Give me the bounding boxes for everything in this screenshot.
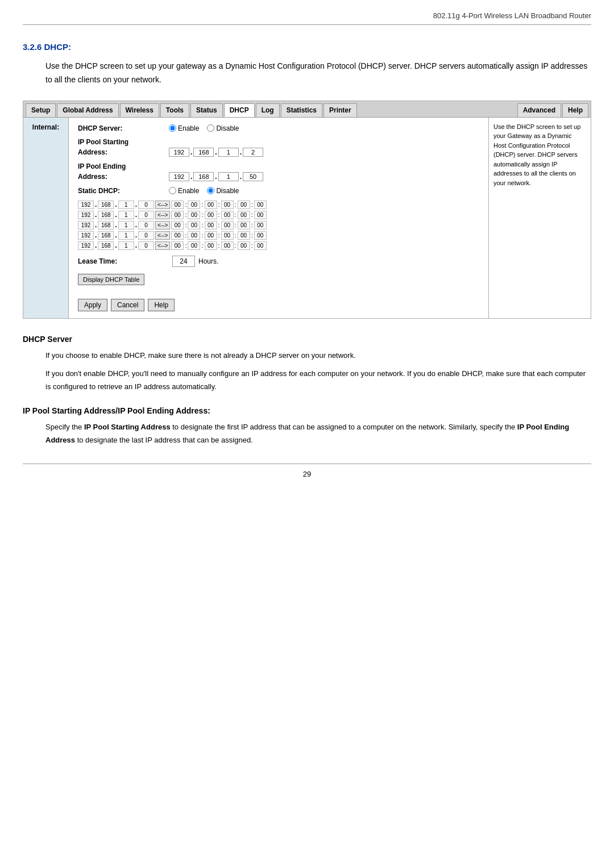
s2-mac-1[interactable] [171,211,184,219]
s3-ip-d[interactable] [138,221,154,229]
ip-end-d[interactable] [243,172,263,181]
ip-pool-heading: IP Pool Starting Address/IP Pool Ending … [23,406,591,415]
s3-arrow-btn[interactable]: <--> [155,221,170,229]
s3-mac-5[interactable] [238,221,250,229]
s5-mac-3[interactable] [205,241,217,250]
s1-ip-b[interactable] [98,201,114,209]
s2-mac-5[interactable] [238,211,250,219]
s5-arrow-btn[interactable]: <--> [155,241,170,250]
ip-end-b[interactable] [193,172,214,181]
s2-mac-2[interactable] [188,211,200,219]
tab-dhcp[interactable]: DHCP [224,103,255,117]
s5-ip-a[interactable] [78,241,94,250]
tab-log[interactable]: Log [256,103,280,117]
s5-ip-d[interactable] [138,241,154,250]
s1-ip-d[interactable] [138,201,154,209]
s3-ip-c[interactable] [118,221,134,229]
tab-statistics[interactable]: Statistics [281,103,322,117]
s1-mac-3[interactable] [205,201,217,209]
help-button[interactable]: Help [148,299,175,311]
s3-mac-2[interactable] [188,221,200,229]
s2-mac-3[interactable] [205,211,217,219]
s5-ip-c[interactable] [118,241,134,250]
s5-mac-2[interactable] [188,241,200,250]
s4-ip-a[interactable] [78,231,94,240]
static-enable-radio[interactable] [169,187,176,194]
s5-mac-5[interactable] [238,241,250,250]
s3-ip-b[interactable] [98,221,114,229]
ip-start-a[interactable] [169,148,189,157]
s3-mac-4[interactable] [221,221,234,229]
tab-global-address[interactable]: Global Address [57,103,118,117]
dhcp-server-para-2: If you don't enable DHCP, you'll need to… [45,368,591,394]
s2-ip-a[interactable] [78,211,94,219]
static-disable-option[interactable]: Disable [207,187,239,195]
s1-arrow-btn[interactable]: <--> [155,201,170,209]
ip-start-c[interactable] [218,148,239,157]
s4-mac-1[interactable] [171,231,184,240]
dhcp-server-row: DHCP Server: Enable Disable [78,124,479,132]
static-enable-option[interactable]: Enable [169,187,199,195]
tab-advanced[interactable]: Advanced [517,103,561,117]
ip-end-a[interactable] [169,172,189,181]
s5-mac-1[interactable] [171,241,184,250]
help-panel: Use the DHCP screen to set up your Gatew… [488,118,591,318]
s4-ip-d[interactable] [138,231,154,240]
s5-mac-4[interactable] [221,241,234,250]
apply-button[interactable]: Apply [78,299,107,311]
s2-ip-d[interactable] [138,211,154,219]
ip-start-b[interactable] [193,148,214,157]
enable-label: Enable [178,124,199,132]
s4-mac-3[interactable] [205,231,217,240]
cancel-button[interactable]: Cancel [111,299,144,311]
sidebar: Internal: [23,118,69,318]
s5-ip-b[interactable] [98,241,114,250]
tab-status[interactable]: Status [190,103,223,117]
tab-tools[interactable]: Tools [160,103,189,117]
ip-end-c[interactable] [218,172,239,181]
s1-mac-4[interactable] [221,201,234,209]
display-dhcp-table-button[interactable]: Display DHCP Table [78,274,144,285]
s1-ip-a[interactable] [78,201,94,209]
tab-help[interactable]: Help [562,103,588,117]
dhcp-enable-radio[interactable] [169,124,176,132]
static-disable-radio[interactable] [207,187,214,194]
s4-mac-6[interactable] [254,231,267,240]
s2-ip-b[interactable] [98,211,114,219]
s3-mac-3[interactable] [205,221,217,229]
s2-mac-6[interactable] [254,211,267,219]
dhcp-radio-group: Enable Disable [169,124,239,132]
dhcp-enable-option[interactable]: Enable [169,124,199,132]
dhcp-server-label: DHCP Server: [78,124,169,132]
ip-start-d[interactable] [243,148,263,157]
tab-setup[interactable]: Setup [26,103,56,117]
s2-ip-c[interactable] [118,211,134,219]
s1-mac-2[interactable] [188,201,200,209]
s3-mac-6[interactable] [254,221,267,229]
s1-mac-1[interactable] [171,201,184,209]
s4-ip-c[interactable] [118,231,134,240]
s1-ip-c[interactable] [118,201,134,209]
ip-pool-start-bold: IP Pool Starting Address [84,423,171,431]
s1-mac-5[interactable] [238,201,250,209]
lease-time-input[interactable] [172,256,195,267]
s3-mac-1[interactable] [171,221,184,229]
dhcp-disable-radio[interactable] [207,124,214,132]
sidebar-label: Internal: [27,123,65,131]
s3-ip-a[interactable] [78,221,94,229]
s2-mac-4[interactable] [221,211,234,219]
s4-mac-4[interactable] [221,231,234,240]
dhcp-disable-option[interactable]: Disable [207,124,239,132]
dhcp-server-para-1: If you choose to enable DHCP, make sure … [45,349,591,362]
tab-printer[interactable]: Printer [323,103,357,117]
s4-mac-5[interactable] [238,231,250,240]
s4-arrow-btn[interactable]: <--> [155,231,170,240]
s4-ip-b[interactable] [98,231,114,240]
s5-mac-6[interactable] [254,241,267,250]
s2-arrow-btn[interactable]: <--> [155,211,170,219]
s4-mac-2[interactable] [188,231,200,240]
s1-mac-6[interactable] [254,201,267,209]
action-buttons: Apply Cancel Help [78,299,479,311]
main-form: DHCP Server: Enable Disable IP Pool Star… [69,118,488,318]
tab-wireless[interactable]: Wireless [120,103,159,117]
